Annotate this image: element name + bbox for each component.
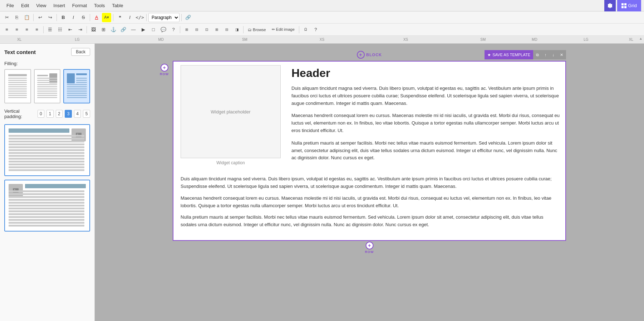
insert-comment-button[interactable]: 💬: [159, 25, 168, 34]
sidebar-title: Text content: [4, 49, 36, 55]
align-center-button[interactable]: ≡: [12, 25, 21, 34]
indent-left-button[interactable]: ⇤: [65, 25, 75, 34]
icon2-button[interactable]: ⊟: [192, 25, 201, 34]
insert-image-button[interactable]: 🖼: [89, 25, 98, 34]
save-as-template-button[interactable]: ★ SAVE AS TEMPLATE: [485, 50, 533, 59]
grid-button[interactable]: Grid: [617, 0, 641, 11]
menu-tools[interactable]: Tools: [90, 1, 108, 10]
menu-edit[interactable]: Edit: [18, 1, 33, 10]
copy-row-button[interactable]: ⧉: [533, 50, 542, 59]
menu-view[interactable]: View: [33, 1, 50, 10]
link-button[interactable]: 🔗: [183, 13, 193, 22]
padding-0[interactable]: 0: [38, 110, 45, 118]
insert-anchor-button[interactable]: ⚓: [109, 25, 118, 34]
separator4: [113, 14, 113, 21]
row-content-top: Widget placeholder Widget caption Header…: [173, 62, 565, 172]
highlight-button[interactable]: A▾: [102, 13, 111, 22]
copy-button[interactable]: ⎘: [12, 13, 21, 22]
undo-button[interactable]: ↩: [35, 13, 45, 22]
fill-option-2[interactable]: [34, 69, 61, 103]
sep-r1: [43, 26, 44, 33]
svg-rect-1: [624, 3, 626, 5]
vertical-padding-row: Vertical padding: 0 1 2 3 4 5: [4, 108, 90, 119]
bold-button[interactable]: B: [59, 13, 68, 22]
code-button[interactable]: </>: [135, 13, 144, 22]
icon1-button[interactable]: ⊞: [182, 25, 191, 34]
menu-table[interactable]: Table: [108, 1, 127, 10]
resp-md-left: MD: [158, 38, 164, 42]
insert-link-button[interactable]: 🔗: [119, 25, 128, 34]
help-button[interactable]: ?: [169, 25, 178, 34]
paste-button[interactable]: 📋: [22, 13, 31, 22]
icon5-button[interactable]: ⊟: [222, 25, 231, 34]
text-column: Header Duis aliquam tincidunt magna sed …: [291, 65, 562, 168]
add-block-circle[interactable]: +: [357, 51, 365, 59]
row-add-bottom-button[interactable]: +: [365, 242, 373, 249]
widget-placeholder: Widget placeholder: [181, 65, 281, 158]
move-up-button[interactable]: ↑: [542, 50, 550, 59]
question-button[interactable]: ?: [311, 25, 320, 34]
row-container: Widget placeholder Widget caption Header…: [173, 61, 566, 241]
menu-insert[interactable]: Insert: [50, 1, 69, 10]
strikethrough-button[interactable]: S: [79, 13, 88, 22]
insert-table-button[interactable]: ⊞: [99, 25, 108, 34]
redo-button[interactable]: ↪: [45, 13, 55, 22]
back-button[interactable]: Back: [71, 48, 90, 56]
italic2-button[interactable]: I: [125, 13, 134, 22]
canvas-area: + BLOCK + ROW ★ SAVE AS TEMPLATE ⧉ ↑: [95, 44, 644, 321]
edit-image-button[interactable]: ✏ Edit image: [269, 25, 297, 34]
align-justify-button[interactable]: ≡: [32, 25, 41, 34]
padding-1[interactable]: 1: [46, 110, 54, 118]
menu-bar: File Edit View Insert Format Tools Table…: [0, 0, 644, 11]
paragraph-select[interactable]: Paragraph: [148, 13, 180, 22]
fill-preview-3: [66, 73, 88, 100]
menu-format[interactable]: Format: [69, 1, 90, 10]
save-as-template-label: SAVE AS TEMPLATE: [492, 53, 530, 57]
move-down-button[interactable]: ↓: [550, 50, 557, 59]
align-left-button[interactable]: ≡: [2, 25, 11, 34]
add-block-label: BLOCK: [366, 53, 382, 57]
separator5: [146, 14, 147, 21]
insert-shape-button[interactable]: □: [149, 25, 158, 34]
fill-option-1[interactable]: [4, 69, 31, 103]
row-left-control: + ROW: [160, 64, 169, 76]
ol-button[interactable]: ☷: [55, 25, 65, 34]
cut-button[interactable]: ✂: [2, 13, 11, 22]
filling-options: [4, 69, 90, 103]
icon6-button[interactable]: ◨: [232, 25, 241, 34]
layout-card-2[interactable]: [4, 180, 90, 232]
browse-button[interactable]: 🗂 Browse: [245, 25, 269, 34]
symbol-button[interactable]: Ω: [301, 25, 310, 34]
close-row-button[interactable]: ✕: [557, 50, 566, 59]
padding-4[interactable]: 4: [74, 110, 81, 118]
svg-rect-3: [624, 6, 626, 8]
resp-xs-left: XS: [320, 38, 324, 42]
content-header: Header: [291, 67, 562, 80]
fill-option-3[interactable]: [63, 69, 90, 103]
content-para4: Duis aliquam tincidunt magna sed viverra…: [181, 175, 558, 190]
add-block-button[interactable]: + BLOCK: [357, 51, 382, 59]
layout-card-1[interactable]: [4, 124, 90, 176]
indent-right-button[interactable]: ⇥: [75, 25, 85, 34]
align-right-button[interactable]: ≡: [22, 25, 31, 34]
resp-xl-left: XL: [17, 38, 21, 42]
padding-3[interactable]: 3: [65, 110, 72, 118]
menu-file[interactable]: File: [3, 1, 18, 10]
separator1: [33, 14, 34, 21]
font-color-button[interactable]: A: [92, 13, 101, 22]
blockquote-button[interactable]: ❝: [115, 13, 124, 22]
icon3-button[interactable]: ⊡: [202, 25, 211, 34]
content-para3: Nulla pretium mauris at semper facilisis…: [291, 140, 562, 162]
settings-button[interactable]: [604, 0, 616, 11]
ul-button[interactable]: ☰: [45, 25, 55, 34]
italic-button[interactable]: I: [69, 13, 78, 22]
insert-hr-button[interactable]: —: [129, 25, 138, 34]
row-add-button[interactable]: +: [161, 64, 168, 72]
padding-5[interactable]: 5: [83, 110, 90, 118]
sep-r5: [299, 26, 299, 33]
icon4-button[interactable]: ⊞: [212, 25, 221, 34]
insert-media-button[interactable]: ▶: [139, 25, 148, 34]
widget-placeholder-text: Widget placeholder: [211, 109, 250, 115]
star-icon: ★: [487, 53, 491, 57]
padding-2[interactable]: 2: [56, 110, 63, 118]
